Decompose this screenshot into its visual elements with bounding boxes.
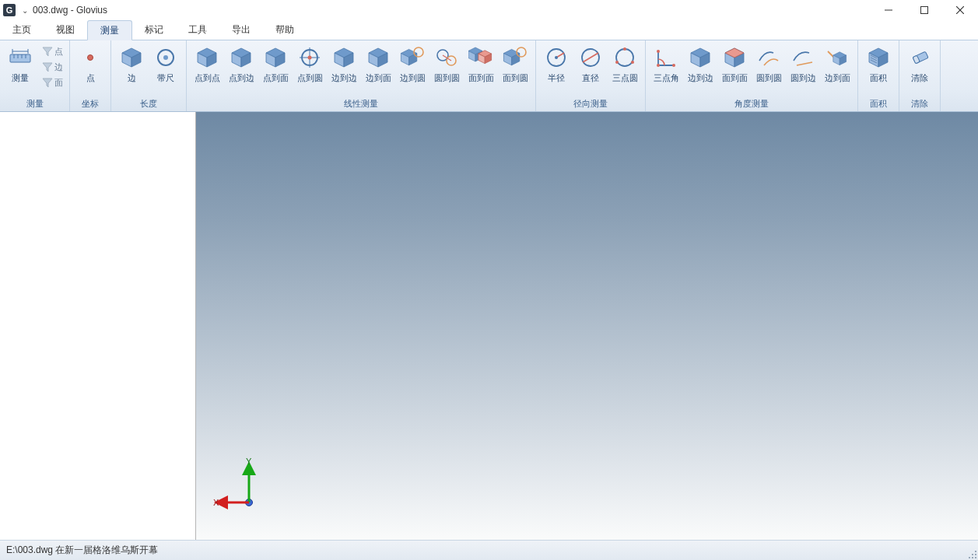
cube-hatch-icon [866, 45, 891, 70]
line-cube-icon [825, 45, 850, 70]
svg-point-59 [631, 61, 634, 64]
ribbon-btn-label: 半径 [548, 73, 565, 82]
svg-line-70 [797, 62, 812, 65]
ribbon-group-3: 点到点点到边点到面点到圆边到边边到面边到圆圆到圆面到面面到圆线性测量 [187, 40, 536, 111]
cube-icon [195, 45, 219, 70]
ribbon-small-0-1[interactable]: 边 [39, 59, 66, 75]
cube-circle-icon [503, 45, 528, 70]
ribbon-btn-label: 点到圆 [297, 73, 323, 82]
ribbon-small-label: 边 [54, 61, 63, 73]
ribbon-btn-label: 清除 [911, 73, 928, 82]
ribbon-btn-3-5[interactable]: 边到面 [361, 42, 395, 82]
resize-grip[interactable] [967, 549, 976, 558]
ribbon-btn-5-5[interactable]: 边到面 [820, 42, 854, 82]
ribbon-group-2: 边带尺长度 [111, 40, 187, 111]
ribbon-btn-label: 边到圆 [400, 73, 426, 82]
maximize-button[interactable] [906, 0, 942, 20]
menu-tab-6[interactable]: 帮助 [263, 20, 307, 40]
ribbon-btn-5-3[interactable]: 圆到圆 [752, 42, 786, 82]
menu-tab-2[interactable]: 测量 [87, 20, 132, 40]
ribbon-btn-3-0[interactable]: 点到点 [190, 42, 224, 82]
ribbon-btn-label: 点 [86, 73, 95, 82]
ribbon-btn-3-8[interactable]: 面到面 [464, 42, 498, 82]
ribbon-btn-label: 点到点 [195, 73, 220, 82]
svg-point-61 [657, 64, 660, 67]
ribbon-group-title: 线性测量 [190, 96, 532, 111]
ribbon-btn-label: 边 [128, 73, 136, 82]
cube-icon [331, 45, 356, 70]
arcs-icon [756, 45, 781, 70]
ribbon-group-4: 半径直径三点圆径向测量 [536, 40, 646, 111]
ribbon-group-0: 测量点边面测量 [0, 40, 70, 111]
ribbon-btn-label: 边到边 [688, 73, 713, 82]
svg-point-37 [414, 47, 423, 57]
svg-point-58 [615, 61, 619, 64]
qat-dropdown-icon[interactable]: ⌄ [22, 6, 28, 15]
ribbon-btn-3-1[interactable]: 点到边 [224, 42, 258, 82]
ribbon-btn-2-0[interactable]: 边 [114, 42, 149, 82]
content-area: Y X [0, 112, 978, 540]
radius-icon [544, 45, 569, 70]
cube-circle-icon [400, 45, 425, 70]
svg-line-55 [583, 53, 598, 62]
ribbon-group-6: 面积面积 [858, 40, 899, 111]
ribbon-btn-7-0[interactable]: 清除 [903, 42, 937, 82]
window-controls [871, 0, 978, 20]
svg-point-53 [555, 56, 558, 59]
minimize-button[interactable] [871, 0, 906, 20]
ribbon-btn-label: 面积 [870, 73, 887, 82]
axis-y-label: Y [246, 457, 252, 466]
side-panel [0, 112, 196, 540]
ribbon-group-title: 长度 [114, 96, 183, 111]
ribbon-btn-3-9[interactable]: 面到圆 [498, 42, 532, 82]
circle-cross-icon [297, 45, 322, 70]
ribbon-btn-1-0[interactable]: 点 [73, 42, 107, 82]
ribbon-btn-label: 三点圆 [612, 73, 638, 82]
ribbon-btn-label: 面到圆 [503, 73, 528, 82]
ribbon-group-title: 径向测量 [539, 96, 642, 111]
dot-icon [78, 45, 103, 70]
ribbon-btn-4-0[interactable]: 半径 [539, 42, 573, 82]
ribbon-btn-4-2[interactable]: 三点圆 [608, 42, 642, 82]
ribbon-btn-label: 带尺 [157, 73, 174, 82]
ribbon-group-7: 清除清除 [899, 40, 941, 111]
cube-red-icon [722, 45, 747, 70]
menu-tab-1[interactable]: 视图 [44, 20, 87, 40]
ribbon-btn-label: 圆到圆 [756, 73, 782, 82]
ribbon-btn-5-4[interactable]: 圆到边 [786, 42, 820, 82]
ribbon-small-0-2[interactable]: 面 [39, 75, 66, 90]
title-bar: G ⌄ 003.dwg - Glovius [0, 0, 978, 20]
close-button[interactable] [942, 0, 978, 20]
ribbon-btn-3-6[interactable]: 边到圆 [395, 42, 429, 82]
ribbon-btn-5-1[interactable]: 边到边 [683, 42, 717, 82]
ribbon-group-1: 点坐标 [70, 40, 111, 111]
ribbon-group-title: 坐标 [73, 96, 107, 111]
menu-tab-5[interactable]: 导出 [219, 20, 263, 40]
app-icon: G [3, 4, 16, 16]
ribbon-small-0-0[interactable]: 点 [39, 44, 66, 59]
diameter-icon [578, 45, 603, 70]
svg-point-62 [672, 64, 675, 67]
ribbon-btn-4-1[interactable]: 直径 [573, 42, 608, 82]
viewport-3d[interactable]: Y X [196, 112, 978, 540]
ribbon-btn-3-7[interactable]: 圆到圆 [429, 42, 464, 82]
ribbon-btn-3-4[interactable]: 边到边 [327, 42, 361, 82]
ribbon-btn-2-1[interactable]: 带尺 [149, 42, 183, 82]
ribbon-group-5: 三点角边到边面到面圆到圆圆到边边到面角度测量 [646, 40, 858, 111]
eraser-icon [907, 45, 932, 70]
ribbon-btn-6-0[interactable]: 面积 [861, 42, 896, 82]
angle-icon [654, 45, 678, 70]
ribbon-btn-0-0[interactable]: 测量 [3, 42, 37, 82]
ribbon-btn-5-0[interactable]: 三点角 [649, 42, 683, 82]
ribbon-btn-5-2[interactable]: 面到面 [717, 42, 752, 82]
ribbon-btn-label: 面到面 [722, 73, 748, 82]
ribbon-btn-3-2[interactable]: 点到面 [258, 42, 293, 82]
menu-tab-0[interactable]: 主页 [0, 20, 44, 40]
ribbon-btn-label: 点到面 [263, 73, 289, 82]
svg-point-50 [517, 47, 526, 57]
cube-icon [688, 45, 713, 70]
ribbon-btn-3-3[interactable]: 点到圆 [293, 42, 327, 82]
menu-tab-4[interactable]: 工具 [176, 20, 219, 40]
menu-tab-3[interactable]: 标记 [132, 20, 176, 40]
filter-icon [42, 77, 53, 88]
